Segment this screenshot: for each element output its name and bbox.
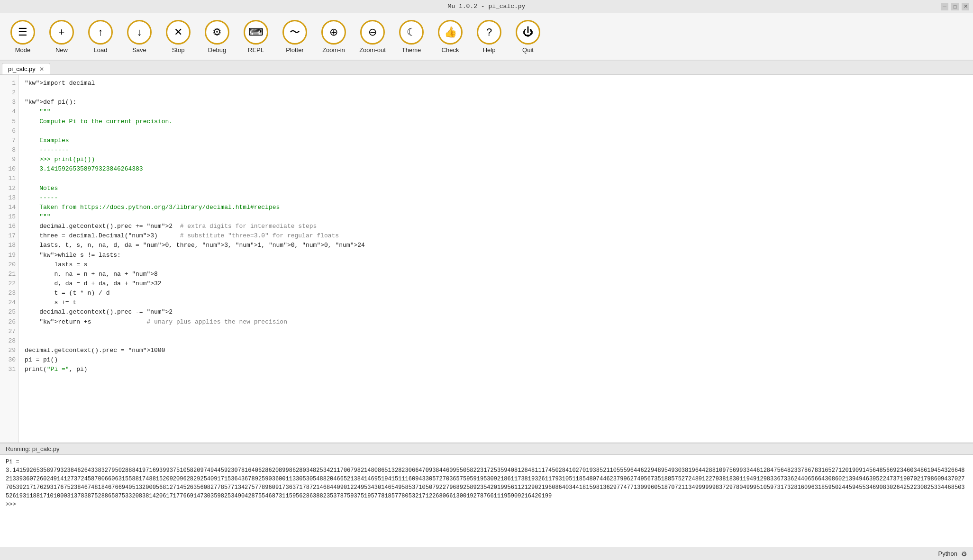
toolbar-debug-button[interactable]: ⚙Debug	[198, 15, 236, 58]
toolbar-theme-button[interactable]: ☾Theme	[392, 15, 430, 58]
quit-label: Quit	[522, 46, 534, 54]
line-number: 25	[3, 307, 16, 317]
line-number: 19	[3, 251, 16, 260]
check-icon: 👍	[438, 20, 463, 45]
code-line: 3.14159265358979323846264383	[25, 164, 967, 174]
tab-close-button[interactable]: ✕	[39, 66, 44, 72]
toolbar-stop-button[interactable]: ✕Stop	[159, 15, 197, 58]
close-button[interactable]: ✕	[962, 3, 969, 10]
code-line: Compute Pi to the current precision.	[25, 117, 967, 126]
code-line: "kw">def pi():	[25, 98, 967, 107]
line-number: 9	[3, 155, 16, 164]
code-line	[25, 327, 967, 336]
tab-bar: pi_calc.py ✕	[0, 61, 973, 75]
zoomin-label: Zoom-in	[322, 46, 345, 54]
code-line: lasts = s	[25, 260, 967, 270]
code-line: decimal.getcontext().prec += "num">2 # e…	[25, 222, 967, 231]
save-icon: ↓	[127, 20, 152, 45]
new-icon: +	[49, 20, 74, 45]
line-number: 18	[3, 241, 16, 250]
code-line: >>> print(pi())	[25, 155, 967, 164]
code-line: pi = pi()	[25, 355, 967, 365]
zoomout-label: Zoom-out	[359, 46, 386, 54]
tab-filename: pi_calc.py	[8, 65, 36, 72]
help-icon: ?	[477, 20, 501, 45]
check-label: Check	[442, 46, 459, 54]
settings-icon[interactable]: ⚙	[961, 550, 967, 558]
line-number: 23	[3, 289, 16, 298]
code-line: n, na = n + na, na + "num">8	[25, 270, 967, 279]
toolbar-repl-button[interactable]: ⌨REPL	[237, 15, 275, 58]
theme-icon: ☾	[399, 20, 424, 45]
zoomout-icon: ⊖	[360, 20, 385, 45]
line-number: 13	[3, 193, 16, 203]
line-number: 7	[3, 136, 16, 145]
code-line	[25, 174, 967, 183]
code-line	[25, 88, 967, 98]
toolbar-quit-button[interactable]: ⏻Quit	[509, 15, 547, 58]
code-line: s += t	[25, 298, 967, 307]
theme-label: Theme	[402, 46, 421, 54]
toolbar-zoomin-button[interactable]: ⊕Zoom-in	[315, 15, 353, 58]
load-icon: ↑	[88, 20, 113, 45]
zoomin-icon: ⊕	[321, 20, 346, 45]
toolbar-save-button[interactable]: ↓Save	[120, 15, 158, 58]
mode-label: Mode	[15, 46, 31, 54]
code-line: -----	[25, 193, 967, 203]
code-editor[interactable]: "kw">import decimal "kw">def pi(): """ C…	[19, 75, 973, 443]
line-number: 15	[3, 212, 16, 222]
line-number: 27	[3, 327, 16, 336]
status-bar: Python ⚙	[0, 547, 973, 560]
editor-area: 1234567891011121314151617181920212223242…	[0, 75, 973, 443]
line-number: 10	[3, 164, 16, 174]
quit-icon: ⏻	[516, 20, 540, 45]
line-number: 28	[3, 336, 16, 346]
output-area: Running: pi_calc.py Pi = 3.1415926535897…	[0, 443, 973, 547]
save-label: Save	[132, 46, 146, 54]
line-numbers: 1234567891011121314151617181920212223242…	[0, 75, 19, 443]
line-number: 26	[3, 317, 16, 327]
toolbar-help-button[interactable]: ?Help	[470, 15, 508, 58]
help-label: Help	[483, 46, 496, 54]
mode-icon: ☰	[10, 20, 35, 45]
line-number: 29	[3, 346, 16, 355]
window-title: Mu 1.0.2 - pi_calc.py	[448, 3, 526, 10]
repl-label: REPL	[248, 46, 264, 54]
code-line: "kw">import decimal	[25, 79, 967, 88]
line-number: 17	[3, 231, 16, 241]
toolbar-check-button[interactable]: 👍Check	[431, 15, 469, 58]
maximize-button[interactable]: □	[951, 3, 959, 10]
code-line: "kw">while s != lasts:	[25, 251, 967, 260]
line-number: 6	[3, 126, 16, 136]
file-tab[interactable]: pi_calc.py ✕	[2, 63, 50, 74]
code-line: print("Pi =", pi)	[25, 365, 967, 374]
output-header: Running: pi_calc.py	[0, 443, 973, 455]
load-label: Load	[94, 46, 108, 54]
stop-icon: ✕	[166, 20, 191, 45]
line-number: 22	[3, 279, 16, 289]
line-number: 1	[3, 79, 16, 88]
title-bar: Mu 1.0.2 - pi_calc.py ─ □ ✕	[0, 0, 973, 13]
code-line: d, da = d + da, da + "num">32	[25, 279, 967, 289]
toolbar-mode-button[interactable]: ☰Mode	[4, 15, 42, 58]
line-number: 5	[3, 117, 16, 126]
language-indicator: Python	[938, 550, 957, 557]
code-line: decimal.getcontext().prec = "num">1000	[25, 346, 967, 355]
line-number: 30	[3, 355, 16, 365]
toolbar-zoomout-button[interactable]: ⊖Zoom-out	[354, 15, 391, 58]
code-line: Taken from https://docs.python.org/3/lib…	[25, 203, 967, 212]
line-number: 20	[3, 260, 16, 270]
code-line: three = decimal.Decimal("num">3) # subst…	[25, 231, 967, 241]
toolbar-plotter-button[interactable]: 〜Plotter	[276, 15, 314, 58]
minimize-button[interactable]: ─	[941, 3, 948, 10]
toolbar-new-button[interactable]: +New	[43, 15, 81, 58]
code-line: --------	[25, 145, 967, 155]
code-line: "kw">return +s # unary plus applies the …	[25, 317, 967, 327]
code-line: Examples	[25, 136, 967, 145]
line-number: 8	[3, 145, 16, 155]
code-line: lasts, t, s, n, na, d, da = "num">0, thr…	[25, 241, 967, 250]
line-number: 12	[3, 184, 16, 193]
code-line: t = (t * n) / d	[25, 289, 967, 298]
stop-label: Stop	[172, 46, 185, 54]
toolbar-load-button[interactable]: ↑Load	[82, 15, 119, 58]
